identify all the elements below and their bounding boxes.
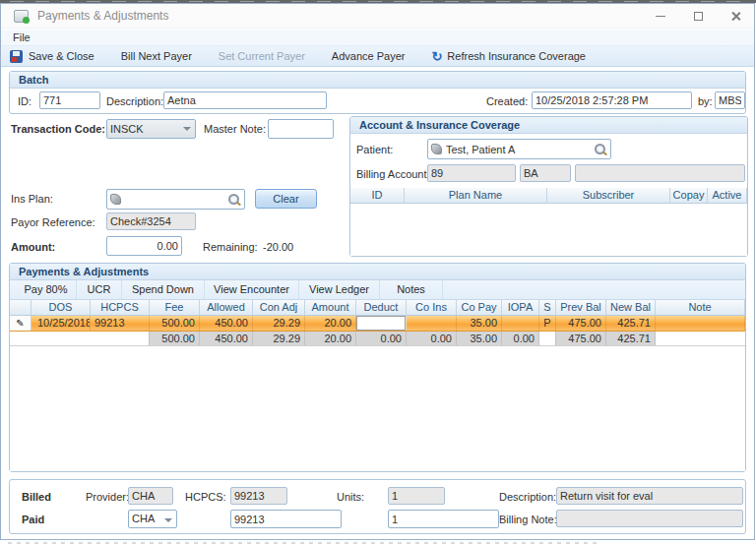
paid-hcpcs-field[interactable]	[230, 510, 342, 528]
bill-next-payer-button[interactable]: Bill Next Payer	[121, 50, 192, 62]
ins-plan-combo[interactable]	[106, 189, 245, 210]
batch-description-field[interactable]	[163, 91, 327, 109]
close-button[interactable]	[717, 4, 754, 29]
menu-file[interactable]: File	[9, 31, 34, 43]
patient-combo[interactable]	[427, 139, 611, 159]
column-allowed[interactable]: Allowed	[200, 300, 253, 315]
amount-field[interactable]	[106, 236, 182, 256]
plan-icon	[110, 194, 121, 205]
billed-description-label: Description:	[499, 488, 556, 506]
window-controls	[642, 4, 754, 29]
ucr-button[interactable]: UCR	[77, 280, 122, 299]
insurance-column-plan-name[interactable]: Plan Name	[405, 188, 547, 203]
billed-provider-field: CHA	[128, 487, 173, 505]
ins-plan-input[interactable]	[125, 194, 227, 206]
maximize-button[interactable]	[679, 4, 717, 29]
column-prev-bal[interactable]: Prev Bal	[556, 300, 606, 315]
pay-80-button[interactable]: Pay 80%	[16, 280, 77, 299]
refresh-insurance-button[interactable]: Refresh Insurance Coverage	[447, 50, 586, 62]
column-co-pay[interactable]: Co Pay	[457, 300, 502, 315]
background-window-bottom-strip	[0, 540, 756, 545]
insurance-column-copay[interactable]: Copay	[670, 188, 708, 203]
payments-adjustments-window: Payments & Adjustments File Save & Close…	[0, 3, 755, 540]
set-current-payer-button[interactable]: Set Current Payer	[219, 50, 305, 62]
remaining-value: -20.00	[263, 238, 293, 256]
column-new-bal[interactable]: New Bal	[606, 300, 656, 315]
column-s[interactable]: S	[539, 300, 556, 315]
column-co-ins[interactable]: Co Ins	[407, 300, 457, 315]
cell-note[interactable]	[656, 316, 745, 331]
cell-hcpcs[interactable]: 99213	[91, 316, 150, 331]
cell-deduct-editing[interactable]	[356, 316, 407, 331]
totals-iopa: 0.00	[502, 332, 539, 345]
totals-new-bal: 425.71	[606, 332, 656, 345]
cell-co-ins[interactable]	[407, 316, 457, 331]
cell-amount[interactable]: 20.00	[305, 316, 356, 331]
column-con-adj[interactable]: Con Adj	[253, 300, 305, 315]
column-fee[interactable]: Fee	[150, 300, 200, 315]
notes-button[interactable]: Notes	[380, 280, 443, 299]
master-note-label: Master Note:	[204, 120, 266, 138]
search-icon[interactable]	[594, 143, 607, 156]
billed-paid-box: Billed Provider: CHA HCPCS: 99213 Units:…	[9, 479, 746, 534]
cell-dos[interactable]: 10/25/2018	[32, 316, 91, 331]
column-note[interactable]: Note	[656, 300, 745, 315]
billed-label: Billed	[22, 488, 51, 506]
master-note-field[interactable]	[268, 119, 334, 139]
cell-co-pay[interactable]: 35.00	[457, 316, 502, 331]
clear-button[interactable]: Clear	[255, 189, 317, 209]
cell-s[interactable]: P	[539, 316, 556, 331]
billing-note-field	[556, 510, 743, 527]
column-iopa[interactable]: IOPA	[502, 300, 539, 315]
patient-input[interactable]	[446, 144, 594, 155]
account-insurance-header: Account & Insurance Coverage	[350, 117, 747, 134]
paid-units-field[interactable]	[388, 510, 499, 528]
billed-units-field: 1	[388, 487, 445, 505]
minimize-button[interactable]	[642, 4, 679, 29]
batch-by-label: by:	[698, 92, 713, 110]
paid-provider-value: CHA	[132, 513, 155, 524]
totals-s	[539, 332, 556, 345]
view-encounter-button[interactable]: View Encounter	[205, 280, 299, 299]
transaction-code-value: INSCK	[110, 123, 144, 135]
edit-pencil-icon: ✎	[16, 318, 24, 329]
batch-created-label: Created:	[486, 92, 528, 110]
screen: Payments & Adjustments File Save & Close…	[0, 0, 756, 545]
column-deduct[interactable]: Deduct	[356, 300, 407, 315]
billed-hcpcs-field: 99213	[230, 487, 287, 505]
save-close-button[interactable]: Save & Close	[29, 50, 94, 62]
cell-iopa[interactable]	[502, 316, 539, 331]
transaction-code-dropdown[interactable]: INSCK	[106, 119, 196, 139]
cell-new-bal[interactable]: 425.71	[606, 316, 656, 331]
transaction-code-label: Transaction Code:	[11, 120, 105, 138]
totals-con-adj: 29.29	[253, 332, 305, 345]
totals-row: 500.00 450.00 29.29 20.00 0.00 0.00 35.0…	[10, 332, 745, 346]
batch-description-label: Description:	[106, 92, 163, 110]
column-amount[interactable]: Amount	[305, 300, 356, 315]
column-dos[interactable]: DOS	[32, 300, 91, 315]
column-hcpcs[interactable]: HCPCS	[91, 300, 150, 315]
batch-id-field[interactable]	[39, 91, 100, 109]
insurance-column-id[interactable]: ID	[350, 188, 405, 203]
cell-prev-bal[interactable]: 475.00	[556, 316, 606, 331]
insurance-column-active[interactable]: Active	[708, 188, 747, 203]
payments-adjustments-group: Payments & Adjustments Pay 80% UCR Spend…	[9, 263, 746, 472]
paid-provider-dropdown[interactable]: CHA	[128, 510, 177, 528]
cell-fee[interactable]: 500.00	[150, 316, 200, 331]
totals-fee: 500.00	[150, 332, 200, 345]
spend-down-button[interactable]: Spend Down	[122, 280, 205, 299]
cell-con-adj[interactable]: 29.29	[253, 316, 305, 331]
advance-payer-button[interactable]: Advance Payer	[332, 50, 406, 62]
billing-account-id-field: 89	[427, 164, 516, 182]
amount-label: Amount:	[11, 238, 55, 256]
insurance-column-subscriber[interactable]: Subscriber	[547, 188, 670, 203]
payment-row-selected[interactable]: ✎ 10/25/2018 99213 500.00 450.00 29.29 2…	[10, 316, 745, 332]
billing-account-label: Billing Account:	[356, 165, 430, 183]
batch-by-field[interactable]	[715, 91, 745, 109]
search-icon[interactable]	[227, 193, 241, 207]
payments-grid-header: DOS HCPCS Fee Allowed Con Adj Amount Ded…	[10, 300, 745, 316]
cell-allowed[interactable]: 450.00	[200, 316, 253, 331]
totals-deduct: 0.00	[356, 332, 407, 345]
view-ledger-button[interactable]: View Ledger	[299, 280, 380, 299]
batch-created-field[interactable]	[532, 91, 692, 109]
